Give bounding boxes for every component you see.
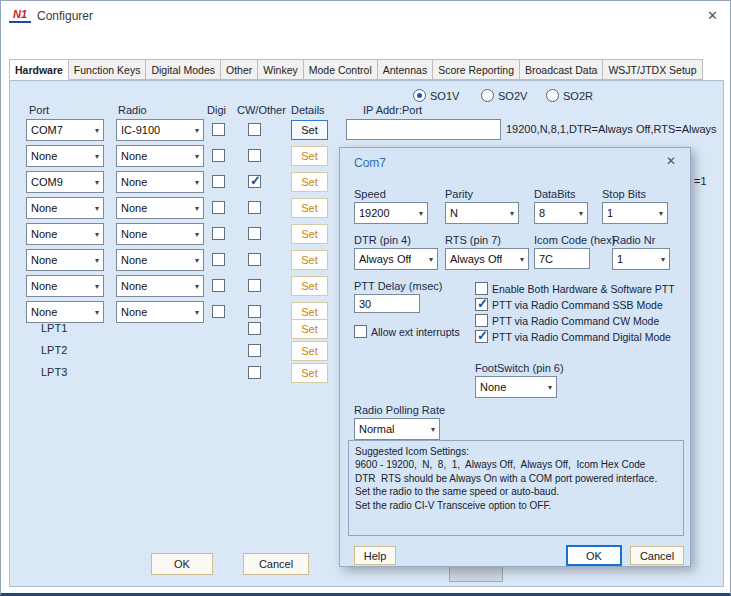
radio-select-row3[interactable]: None▾	[116, 171, 204, 193]
com7-dialog: Com7 ✕ Speed 19200▾ Parity N▾ DataBits 8…	[339, 147, 691, 567]
ptt-delay-input[interactable]	[354, 294, 420, 313]
radio-polling-rate-select[interactable]: Normal▾	[354, 418, 440, 440]
lpt1-checkbox[interactable]	[248, 322, 261, 335]
chevron-down-icon: ▾	[661, 255, 669, 264]
radio-select-row5[interactable]: None▾	[116, 223, 204, 245]
so2r-radio[interactable]	[546, 89, 559, 102]
tab-score-reporting[interactable]: Score Reporting	[433, 59, 520, 80]
ok-button[interactable]: OK	[151, 553, 213, 575]
port-select-row6[interactable]: None▾	[26, 249, 104, 271]
digi-checkbox-row4[interactable]	[212, 201, 225, 214]
cw-other-checkbox-row6[interactable]	[248, 253, 261, 266]
port-select-row7[interactable]: None▾	[26, 275, 104, 297]
icom-code-label: Icom Code (hex)	[534, 234, 615, 246]
details-set-button-row5[interactable]: Set	[291, 224, 328, 244]
so2v-radio[interactable]	[481, 89, 494, 102]
radio-select-row4[interactable]: None▾	[116, 197, 204, 219]
radio-select-row7[interactable]: None▾	[116, 275, 204, 297]
radio-select-row1[interactable]: IC-9100▾	[116, 119, 204, 141]
databits-select[interactable]: 8▾	[534, 202, 588, 224]
cw-other-checkbox-row1[interactable]	[248, 123, 261, 136]
tab-hardware[interactable]: Hardware	[9, 59, 69, 80]
cw-other-checkbox-row5[interactable]	[248, 227, 261, 240]
digi-checkbox-row7[interactable]	[212, 279, 225, 292]
digi-checkbox-row8[interactable]	[212, 305, 225, 318]
stopbits-label: Stop Bits	[602, 188, 646, 200]
chevron-down-icon: ▾	[95, 282, 103, 291]
cw-other-checkbox-row7[interactable]	[248, 279, 261, 292]
cw-other-checkbox-row3[interactable]	[248, 175, 261, 188]
cw-other-checkbox-row4[interactable]	[248, 201, 261, 214]
lpt1-set-button[interactable]: Set	[291, 319, 328, 339]
tab-antennas[interactable]: Antennas	[378, 59, 433, 80]
details-set-button-row7[interactable]: Set	[291, 276, 328, 296]
ptt-ssb-checkbox[interactable]	[475, 298, 488, 311]
details-set-button-row6[interactable]: Set	[291, 250, 328, 270]
dtr-select[interactable]: Always Off▾	[354, 248, 438, 270]
chevron-down-icon: ▾	[95, 230, 103, 239]
chevron-down-icon: ▾	[195, 126, 203, 135]
lpt2-checkbox[interactable]	[248, 344, 261, 357]
dialog-cancel-button[interactable]: Cancel	[630, 546, 684, 565]
details-set-button-row2[interactable]: Set	[291, 146, 328, 166]
radio-nr-select[interactable]: 1▾	[612, 248, 670, 270]
tab-digital-modes[interactable]: Digital Modes	[146, 59, 221, 80]
col-header-radio: Radio	[118, 104, 147, 116]
so2r-label: SO2R	[563, 90, 593, 102]
speed-select[interactable]: 19200▾	[354, 202, 428, 224]
enable-both-ptt-checkbox[interactable]	[475, 282, 488, 295]
port-select-row8[interactable]: None▾	[26, 301, 104, 323]
ptt-cw-checkbox[interactable]	[475, 314, 488, 327]
tab-other[interactable]: Other	[221, 59, 258, 80]
port-select-row1[interactable]: COM7▾	[26, 119, 104, 141]
close-icon[interactable]: ✕	[707, 8, 718, 23]
help-button[interactable]: Help	[354, 546, 396, 565]
parity-select[interactable]: N▾	[445, 202, 519, 224]
cw-other-checkbox-row2[interactable]	[248, 149, 261, 162]
dialog-close-icon[interactable]: ✕	[666, 154, 676, 168]
tab-function-keys[interactable]: Function Keys	[69, 59, 147, 80]
dialog-ok-button[interactable]: OK	[566, 545, 622, 566]
digi-checkbox-row5[interactable]	[212, 227, 225, 240]
icom-code-input[interactable]	[534, 248, 590, 269]
radio-select-row2[interactable]: None▾	[116, 145, 204, 167]
port-select-row4[interactable]: None▾	[26, 197, 104, 219]
suggested-line: Suggested Icom Settings:	[355, 445, 677, 458]
digi-checkbox-row2[interactable]	[212, 149, 225, 162]
cancel-button[interactable]: Cancel	[243, 553, 309, 575]
ptt-digital-checkbox[interactable]	[475, 330, 488, 343]
col-header-details: Details	[291, 104, 325, 116]
footswitch-select[interactable]: None▾	[475, 376, 557, 398]
port-select-row3[interactable]: COM9▾	[26, 171, 104, 193]
lpt2-set-button[interactable]: Set	[291, 341, 328, 361]
ip-addr-port-input-row1[interactable]	[346, 119, 501, 140]
digi-checkbox-row3[interactable]	[212, 175, 225, 188]
chevron-down-icon: ▾	[431, 425, 439, 434]
chevron-down-icon: ▾	[195, 256, 203, 265]
stopbits-select[interactable]: 1▾	[602, 202, 668, 224]
tab-broadcast-data[interactable]: Broadcast Data	[520, 59, 603, 80]
tab-wsjt-jtdx-setup[interactable]: WSJT/JTDX Setup	[603, 59, 702, 80]
radio-polling-rate-label: Radio Polling Rate	[354, 404, 445, 416]
databits-label: DataBits	[534, 188, 576, 200]
allow-ext-interrupts-checkbox[interactable]	[354, 325, 367, 338]
details-set-button-row4[interactable]: Set	[291, 198, 328, 218]
tab-winkey[interactable]: Winkey	[258, 59, 303, 80]
cw-other-checkbox-row8[interactable]	[248, 305, 261, 318]
details-set-button-row3[interactable]: Set	[291, 172, 328, 192]
digi-checkbox-row6[interactable]	[212, 253, 225, 266]
lpt3-set-button[interactable]: Set	[291, 363, 328, 383]
lpt1-label: LPT1	[41, 322, 67, 334]
lpt3-checkbox[interactable]	[248, 366, 261, 379]
tab-mode-control[interactable]: Mode Control	[304, 59, 378, 80]
digi-checkbox-row1[interactable]	[212, 123, 225, 136]
radio-select-row8[interactable]: None▾	[116, 301, 204, 323]
rts-select[interactable]: Always Off▾	[445, 248, 529, 270]
details-set-button-row1[interactable]: Set	[291, 120, 328, 140]
app-logo-icon: N1	[9, 7, 31, 23]
port-select-row5[interactable]: None▾	[26, 223, 104, 245]
port-select-row2[interactable]: None▾	[26, 145, 104, 167]
chevron-down-icon: ▾	[195, 308, 203, 317]
radio-select-row6[interactable]: None▾	[116, 249, 204, 271]
so1v-radio[interactable]	[413, 89, 426, 102]
